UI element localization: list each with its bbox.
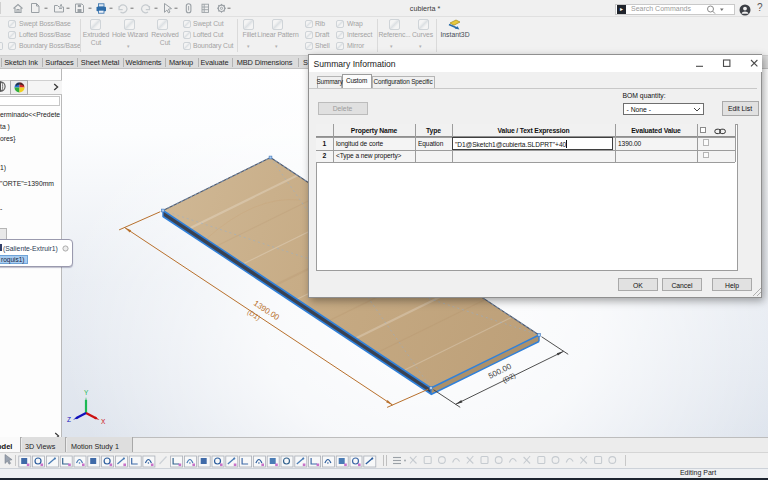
svg-text:Y: Y xyxy=(84,389,89,396)
svg-text:X: X xyxy=(101,418,106,425)
svg-text:Z: Z xyxy=(67,416,71,423)
